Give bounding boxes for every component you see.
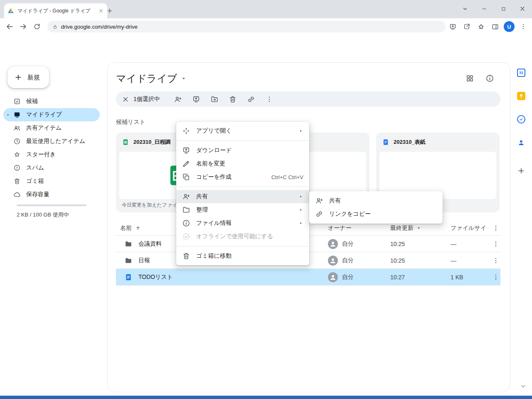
download-button[interactable] xyxy=(190,93,202,106)
spam-icon xyxy=(13,164,21,172)
new-tab-button[interactable] xyxy=(104,5,116,17)
person-add-icon xyxy=(182,192,190,201)
open-with-icon xyxy=(182,127,190,135)
browser-toolbar: drive.google.com/drive/my-drive U xyxy=(0,18,532,35)
clear-selection-button[interactable] xyxy=(119,93,132,106)
row-menu-icon[interactable] xyxy=(490,238,502,250)
context-menu: アプリで開く ダウンロード 名前を変更 コピーを作成 Ctrl+C Ctrl+V… xyxy=(176,122,309,265)
lock-icon[interactable] xyxy=(52,24,58,30)
title-dropdown-caret-icon[interactable] xyxy=(181,76,187,81)
toolbar-actions: U xyxy=(446,20,532,34)
storage-progress-bar xyxy=(17,204,86,206)
window-bottom-edge xyxy=(0,396,532,399)
tab-search-chevron-icon[interactable] xyxy=(458,2,472,16)
keep-icon[interactable] xyxy=(517,91,526,101)
owner-name: 自分 xyxy=(342,240,354,248)
modified-time: 10:27 xyxy=(383,274,443,281)
side-panel-icon[interactable] xyxy=(488,20,502,34)
tab-close-icon[interactable] xyxy=(98,8,104,14)
star-icon xyxy=(13,151,21,158)
menu-item-file-info[interactable]: ファイル情報 xyxy=(176,217,309,230)
new-button[interactable]: 新規 xyxy=(7,66,49,88)
bookmark-star-icon[interactable] xyxy=(474,20,488,34)
browser-tab[interactable]: マイドライブ - Google ドライブ xyxy=(4,3,107,18)
calendar-icon[interactable]: 31 xyxy=(517,68,526,77)
menu-item-open-with[interactable]: アプリで開く xyxy=(176,124,309,138)
menu-item-move-to-trash[interactable]: ゴミ箱に移動 xyxy=(176,249,309,263)
details-info-button[interactable] xyxy=(483,72,496,84)
offline-icon xyxy=(182,232,190,241)
trash-button[interactable] xyxy=(227,93,239,106)
minimize-button[interactable] xyxy=(477,2,491,16)
contacts-icon[interactable] xyxy=(517,138,526,147)
move-to-folder-button[interactable] xyxy=(208,93,221,106)
drive-header: ドライブ ECCS Cloud Mail U xyxy=(0,35,532,62)
owner-avatar xyxy=(328,272,338,282)
submenu-item-share[interactable]: 共有 xyxy=(309,194,443,207)
menu-item-download[interactable]: ダウンロード xyxy=(176,144,309,157)
suggestions-section-label: 候補リスト xyxy=(116,118,145,126)
sidebar-item-trash[interactable]: ゴミ箱 xyxy=(3,175,100,188)
menu-item-rename[interactable]: 名前を変更 xyxy=(176,157,309,170)
drive-sidebar: 新規 候補 マイドライブ 共有アイテム 最近使用したアイテム スタ xyxy=(0,62,106,395)
sidebar-item-my-drive[interactable]: マイドライブ xyxy=(3,108,100,121)
owner-name: 自分 xyxy=(342,257,354,264)
header-more-icon[interactable] xyxy=(490,222,502,234)
layout-toggle-button[interactable] xyxy=(463,72,476,84)
submenu-caret-icon xyxy=(298,221,303,226)
address-bar[interactable]: drive.google.com/drive/my-drive xyxy=(47,21,446,32)
header-modified[interactable]: 最終更新 xyxy=(383,224,443,232)
sidebar-item-spam[interactable]: スパム xyxy=(3,161,100,175)
menu-item-make-copy[interactable]: コピーを作成 Ctrl+C Ctrl+V xyxy=(176,170,309,184)
browser-menu-icon[interactable] xyxy=(516,20,530,34)
header-owner[interactable]: オーナー xyxy=(328,224,383,232)
browser-profile-avatar[interactable]: U xyxy=(502,20,516,34)
sidebar-nav: 候補 マイドライブ 共有アイテム 最近使用したアイテム スター付き スパ xyxy=(0,95,106,201)
card-reason: 今日変更を加えたファイ xyxy=(122,202,177,209)
row-menu-icon[interactable] xyxy=(490,271,502,283)
cloud-icon xyxy=(13,191,21,198)
forward-button[interactable] xyxy=(16,20,30,34)
url-text: drive.google.com/drive/my-drive xyxy=(61,24,138,30)
sidebar-item-storage[interactable]: 保存容量 xyxy=(3,188,100,201)
window-close-button[interactable] xyxy=(515,2,530,16)
expand-caret-icon[interactable] xyxy=(6,113,10,117)
card-header: 202310_表紙 xyxy=(376,133,500,152)
storage-usage-text: 2 KB / 100 GB 使用中 xyxy=(17,211,69,219)
shortcut-label: Ctrl+C Ctrl+V xyxy=(271,174,303,180)
selection-count: 1個選択中 xyxy=(133,96,160,103)
people-icon xyxy=(13,124,21,132)
file-size: — xyxy=(443,257,490,264)
menu-item-organize[interactable]: 整理 xyxy=(176,203,309,217)
back-button[interactable] xyxy=(2,20,16,34)
header-size[interactable]: ファイルサイ xyxy=(443,224,490,232)
header-more xyxy=(490,222,506,234)
share-person-add-button[interactable] xyxy=(172,93,184,106)
maximize-button[interactable] xyxy=(496,2,510,16)
sidebar-item-recent[interactable]: 最近使用したアイテム xyxy=(3,135,100,148)
menu-divider xyxy=(176,246,309,246)
tasks-icon[interactable] xyxy=(517,115,526,124)
clock-icon xyxy=(13,138,21,145)
copy-link-button[interactable] xyxy=(245,93,257,106)
submenu-item-copy-link[interactable]: リンクをコピー xyxy=(309,207,443,221)
sidebar-item-shared[interactable]: 共有アイテム xyxy=(3,121,100,135)
info-icon xyxy=(182,219,190,227)
link-icon xyxy=(315,210,323,218)
scroll-down-chevron-icon[interactable] xyxy=(520,382,527,390)
file-size: 1 KB xyxy=(443,274,490,281)
suggested-icon xyxy=(13,98,21,105)
menu-item-share[interactable]: 共有 xyxy=(176,190,309,203)
selection-toolbar: 1個選択中 xyxy=(116,91,500,107)
table-row-selected[interactable]: TODOリスト 自分 10:27 1 KB xyxy=(116,269,500,286)
install-icon[interactable] xyxy=(446,20,460,34)
share-icon[interactable] xyxy=(460,20,474,34)
row-menu-icon[interactable] xyxy=(490,254,502,267)
more-actions-button[interactable] xyxy=(263,93,276,106)
sidebar-item-starred[interactable]: スター付き xyxy=(3,148,100,161)
reload-button[interactable] xyxy=(30,20,44,34)
plus-icon xyxy=(14,73,22,81)
page-title[interactable]: マイドライブ xyxy=(116,72,187,85)
get-addons-plus-icon[interactable] xyxy=(517,166,526,175)
sidebar-item-suggested[interactable]: 候補 xyxy=(3,95,100,108)
